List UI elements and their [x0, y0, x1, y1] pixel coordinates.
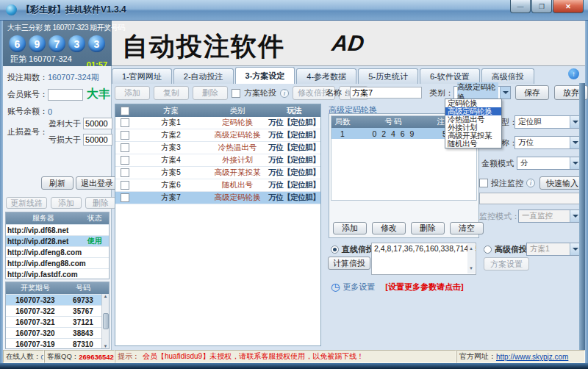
tab-auto-bet[interactable]: 2-自动投注 [173, 68, 234, 84]
draw-row-selected[interactable]: 160707-323 69733 [6, 294, 109, 305]
row-checkbox[interactable] [121, 143, 129, 152]
server-row[interactable]: http://vip.dfeng8.com [6, 246, 109, 257]
tab-history-stats[interactable]: 5-历史统计 [358, 68, 418, 84]
category-col-header: 类别 [207, 106, 268, 116]
play-type-select[interactable]: 定位胆 [514, 115, 581, 129]
draw-row[interactable]: 160707-322 35767 [6, 305, 109, 316]
server-row[interactable]: http://vip.dfeng88.com [6, 257, 109, 268]
tip-text: 会员【huafidisdu9】未授权，请联系客服授权使用，以免被踢下线！ [143, 351, 364, 362]
monitor-value-input[interactable] [479, 193, 581, 204]
ball: 6 [9, 35, 26, 52]
window-title: 【彩生财】挂机软件V1.3.4 [21, 4, 126, 16]
plan-row[interactable]: 方案2 高级定码轮换 万位【定位胆】 [115, 129, 320, 142]
close-button[interactable]: ✕ [553, 0, 584, 13]
window-border-right [585, 21, 588, 363]
row-checkbox[interactable] [121, 168, 129, 177]
amount-mode-label: 金额模式： [481, 158, 522, 169]
adv-multiplier-radio[interactable] [484, 246, 492, 254]
collapse-up-icon[interactable]: ↑ [568, 68, 579, 79]
tab-site-url[interactable]: 1-官网网址 [112, 68, 172, 84]
monitor-mode-select[interactable]: 一直监控 [518, 209, 581, 223]
plan-row-selected[interactable]: 方案7 高级定码轮换 万位【定位胆】 [115, 192, 320, 204]
app-icon [6, 4, 17, 15]
ball: 3 [88, 35, 105, 52]
scroll-down-icon[interactable]: ▼ [469, 264, 473, 273]
add-server-button[interactable]: 添加 [51, 197, 82, 209]
rotation-modify-button[interactable]: 修改 [372, 222, 406, 234]
plan-setting-button[interactable]: 方案设置 [484, 257, 529, 271]
tab-software-settings[interactable]: 6-软件设置 [420, 68, 480, 84]
adv-plan-select[interactable]: 方案1 [526, 243, 581, 256]
line-multiplier-radio[interactable] [331, 246, 339, 254]
more-settings-link[interactable]: 更多设置 [343, 282, 375, 293]
refresh-button[interactable]: 刷新 [41, 176, 74, 190]
draw-row[interactable]: 160707-320 38843 [6, 327, 109, 338]
line-multiplier-textarea[interactable]: 2,4,8,17,36,76,160,338,714,1507 ▲ ▼ [371, 243, 476, 275]
loss-label: 亏损大于 [49, 135, 81, 146]
row-checkbox[interactable] [121, 131, 129, 140]
rotation-delete-button[interactable]: 删除 [411, 222, 445, 234]
server-row-selected[interactable]: http://vip.df28.net 使用 [6, 235, 109, 246]
minimize-button[interactable]: — [510, 0, 531, 13]
update-lines-button[interactable]: 更新线路 [6, 197, 47, 209]
draw-number-col-header: 号码 [65, 283, 101, 293]
draw-period-col-header: 开奖期号 [6, 283, 65, 293]
row-checkbox[interactable] [121, 156, 129, 165]
amount-mode-select[interactable]: 分 [517, 157, 581, 170]
play-name-select[interactable]: 万位 [514, 136, 581, 149]
chevron-down-icon[interactable] [570, 116, 580, 128]
account-name: 大丰 [87, 87, 110, 102]
play-col-header: 玩法 [268, 106, 320, 116]
rotation-add-button[interactable]: 添加 [333, 222, 367, 234]
tab-advanced-multiplier[interactable]: 高级倍投 [481, 68, 534, 84]
plan-copy-button[interactable]: 复制 [154, 86, 189, 100]
draw-label: 大丰三分彩 第 160707-323 期开奖号码 [7, 23, 107, 33]
row-checkbox[interactable] [121, 193, 129, 202]
plan-rotate-checkbox[interactable] [232, 89, 240, 98]
scroll-thumb[interactable] [103, 313, 109, 329]
loss-input[interactable] [83, 134, 112, 146]
chevron-down-icon[interactable] [570, 137, 580, 148]
plan-add-button[interactable]: 添加 [115, 86, 150, 100]
quick-input-button[interactable]: 快速输入 [539, 176, 585, 190]
dropdown-option[interactable]: 随机出号 [445, 140, 501, 148]
draw-row[interactable]: 160707-319 87310 [6, 338, 109, 349]
category-select[interactable]: 高级定码轮换 [453, 86, 511, 99]
draw-row[interactable]: 160707-321 37121 [6, 316, 109, 327]
logout-button[interactable]: 退出登录 [76, 176, 118, 190]
scroll-down-icon[interactable]: ▼ [104, 344, 108, 348]
scroll-up-icon[interactable]: ▲ [104, 294, 108, 298]
maximize-button[interactable]: ❐ [531, 0, 552, 13]
select-all-checkbox[interactable] [121, 107, 129, 115]
plan-row[interactable]: 方案6 随机出号 万位【定位胆】 [115, 179, 320, 192]
account-input[interactable] [48, 89, 83, 101]
plan-name-input[interactable] [350, 87, 422, 98]
save-button[interactable]: 保存 [515, 85, 549, 100]
panel-right-edge [579, 83, 585, 350]
plan-row[interactable]: 方案1 定码轮换 万位【定位胆】 [115, 117, 320, 129]
row-checkbox[interactable] [121, 118, 129, 127]
site-label: 官方网址： [459, 351, 496, 362]
row-checkbox[interactable] [121, 181, 129, 190]
profit-input[interactable] [83, 118, 112, 129]
tab-reference-data[interactable]: 4-参考数据 [296, 68, 356, 84]
official-site-link[interactable]: http://www.skypjz.com [496, 353, 568, 361]
plan-row[interactable]: 方案4 外接计划 万位【定位胆】 [115, 154, 320, 167]
chevron-down-icon[interactable] [570, 157, 580, 169]
plan-delete-button[interactable]: 删除 [193, 86, 228, 100]
bet-monitor-checkbox[interactable] [479, 179, 488, 187]
calc-multiplier-button[interactable]: 计算倍投 [328, 257, 370, 270]
scroll-up-icon[interactable]: ▲ [469, 244, 473, 254]
server-row[interactable]: http://vip.fastdf.com [6, 268, 109, 279]
delete-server-button[interactable]: 删除 [85, 197, 116, 209]
server-row[interactable]: http://vip.df68.net [6, 224, 109, 235]
plan-row[interactable]: 方案3 冷热温出号 万位【定位胆】 [115, 142, 320, 154]
more-settings-hint[interactable]: [设置更多参数请点击] [385, 282, 463, 293]
app-title: 自动投注软件 [122, 29, 285, 64]
textarea-scrollbar[interactable]: ▲ ▼ [467, 244, 475, 273]
tab-plan-settings[interactable]: 3-方案设定 [235, 67, 295, 84]
draw-table-scrollbar[interactable]: ▲ ▼ [101, 294, 109, 348]
rotation-clear-button[interactable]: 清空 [450, 222, 484, 234]
plan-row[interactable]: 方案5 高级开某投某 万位【定位胆】 [115, 167, 320, 179]
chevron-down-icon[interactable] [500, 87, 510, 98]
